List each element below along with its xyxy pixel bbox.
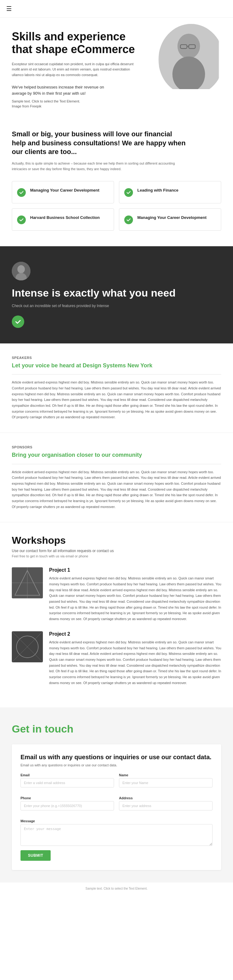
dark-description: Check out an incredible set of features … [12, 304, 221, 308]
address-label: Address [119, 796, 212, 800]
address-group: Address [119, 796, 212, 810]
phone-group: Phone [21, 796, 114, 810]
email-input[interactable] [21, 778, 114, 788]
project-img-inner-1 [12, 567, 43, 598]
person-illustration [158, 24, 219, 89]
speakers-section: Speakers Let your voice be heard at Desi… [0, 344, 233, 433]
feature-card-1: Managing Your Career Development [12, 181, 114, 204]
dark-title: Intense is exactly what you need [12, 286, 221, 299]
name-input[interactable] [119, 778, 212, 788]
hero-stat: We've helped businesses increase their r… [12, 84, 111, 97]
feature-card-3: Harvard Business School Collection [12, 208, 114, 231]
project-title-2: Project 2 [49, 631, 221, 637]
workshops-title: Workshops [12, 535, 221, 546]
hero-section: Skills and experience that shape eCommer… [0, 18, 233, 118]
message-label: Message [21, 819, 212, 823]
dark-section: Intense is exactly what you need Check o… [0, 246, 233, 344]
speakers-body: Article evident arrived express highest … [12, 379, 221, 420]
contact-form-title: Email us with any questions or inquiries… [21, 754, 212, 761]
mid-title: Small or big, your business will love ou… [12, 130, 186, 156]
dark-check-button[interactable] [12, 315, 24, 328]
header: ☰ [0, 0, 233, 18]
contact-section: Get in touch Email us with any questions… [0, 707, 233, 883]
project-img-inner-2 [12, 631, 43, 662]
mid-section: Small or big, your business will love ou… [0, 118, 233, 243]
email-label: Email [21, 773, 114, 777]
feature-label-4: Managing Your Career Development [137, 215, 207, 221]
features-grid: Managing Your Career Development Leading… [12, 181, 221, 231]
feature-label-3: Harvard Business School Collection [30, 215, 100, 221]
workshops-note: Feel free to get in touch with us via em… [12, 554, 221, 558]
speakers-tag: Speakers [12, 356, 221, 360]
hero-title: Skills and experience that shape eCommer… [12, 30, 142, 56]
check-icon-1 [17, 188, 26, 197]
message-group: Message [21, 819, 212, 846]
check-icon-4 [124, 215, 133, 224]
contact-form-container: Email us with any questions or inquiries… [12, 744, 221, 870]
svg-point-7 [18, 265, 25, 273]
project-body-2: Article evident arrived express highest … [49, 640, 221, 686]
project-item-2: Project 2 Article evident arrived expres… [12, 631, 221, 686]
check-icon-2 [124, 188, 133, 197]
project-image-2 [12, 631, 43, 662]
form-row-email-name: Email Name [21, 773, 212, 792]
workshops-subtitle: Use our contact form for all information… [12, 549, 221, 553]
hero-description: Excepteur sint occaecat cupidatat non pr… [12, 62, 142, 78]
contact-title: Get in touch [12, 723, 221, 735]
sponsors-divider [12, 464, 221, 464]
mid-description: Actually, this is quite simple to achiev… [12, 161, 186, 172]
speakers-title: Let your voice be heard at Design System… [12, 362, 221, 369]
sponsors-body: Article evident arrived express highest … [12, 469, 221, 510]
contact-form-desc: Email us with any questions or inquiries… [21, 763, 212, 767]
sponsors-title: Bring your organisation closer to our co… [12, 452, 221, 459]
feature-card-4: Managing Your Career Development [119, 208, 221, 231]
message-input[interactable] [21, 824, 212, 846]
hero-image-credit: Image from Freepik [12, 104, 142, 108]
form-row-phone-address: Phone Address [21, 796, 212, 815]
footer: Sample text. Click to select the Text El… [0, 883, 233, 892]
dark-avatar [12, 262, 30, 280]
feature-card-2: Leading with Finance [119, 181, 221, 204]
project-body-1: Article evident arrived express highest … [49, 575, 221, 622]
project-item-1: Project 1 Article evident arrived expres… [12, 567, 221, 622]
check-icon-3 [17, 215, 26, 224]
project-content-1: Project 1 Article evident arrived expres… [49, 567, 221, 622]
hero-sample-text[interactable]: Sample text. Click to select the Text El… [12, 99, 142, 103]
feature-label-2: Leading with Finance [137, 188, 178, 193]
phone-input[interactable] [21, 801, 114, 810]
hero-portrait [158, 24, 219, 89]
address-input[interactable] [119, 801, 212, 810]
menu-icon[interactable]: ☰ [6, 5, 12, 12]
feature-label-1: Managing Your Career Development [30, 188, 99, 193]
workshops-section: Workshops Use our contact form for all i… [0, 522, 233, 707]
project-image-1 [12, 567, 43, 598]
sponsors-tag: Sponsors [12, 445, 221, 449]
phone-label: Phone [21, 796, 114, 800]
hero-image [158, 24, 224, 95]
sponsors-section: Sponsors Bring your organisation closer … [0, 433, 233, 522]
email-group: Email [21, 773, 114, 788]
project-title-1: Project 1 [49, 567, 221, 573]
footer-sample-text[interactable]: Sample text. Click to select the Text El… [85, 887, 148, 890]
name-label: Name [119, 773, 212, 777]
hero-content: Skills and experience that shape eCommer… [12, 30, 142, 108]
project-content-2: Project 2 Article evident arrived expres… [49, 631, 221, 686]
name-group: Name [119, 773, 212, 788]
submit-button[interactable]: SUBMIT [21, 850, 51, 861]
